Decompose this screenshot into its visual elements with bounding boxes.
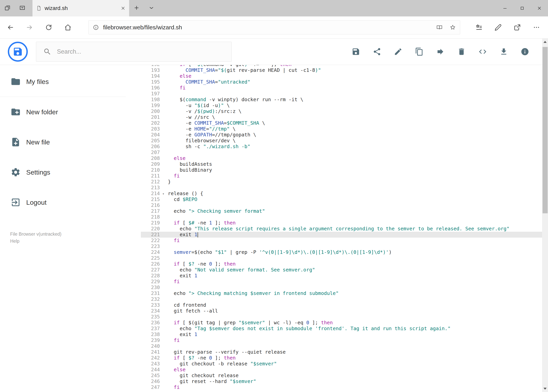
code-line[interactable]: 246 git reset --hard "$semver" xyxy=(141,378,548,384)
code-line[interactable]: 211 fi xyxy=(141,173,548,179)
code-line[interactable]: 245 git checkout release xyxy=(141,373,548,378)
set-tabs-aside-button[interactable] xyxy=(0,0,15,16)
search-bar[interactable] xyxy=(36,42,232,62)
code-line[interactable]: 236 if [ $(git tag | grep "$semver" | wc… xyxy=(141,320,548,326)
code-line[interactable]: 200 -v /$(pwd):/src:z \ xyxy=(141,108,548,114)
scrollbar-thumb[interactable] xyxy=(542,47,548,213)
info-button[interactable] xyxy=(519,46,531,57)
code-line[interactable]: 204 -e GOPATH=//tmp/gopath \ xyxy=(141,132,548,138)
code-line[interactable]: 218 xyxy=(141,214,548,220)
code-line[interactable]: 213 xyxy=(141,185,548,191)
minimize-button[interactable] xyxy=(496,0,513,16)
code-line[interactable]: 217 echo "> Checking semver format" xyxy=(141,208,548,214)
share-page-button[interactable] xyxy=(508,24,527,31)
code-line[interactable]: 208 else xyxy=(141,155,548,161)
code-line[interactable]: 232 xyxy=(141,296,548,302)
code-line[interactable]: 201 -w //src \ xyxy=(141,114,548,120)
code-line[interactable]: 194 else xyxy=(141,73,548,79)
web-note-button[interactable] xyxy=(489,24,508,31)
code-line[interactable]: 209 buildAssets xyxy=(141,161,548,167)
save-button[interactable] xyxy=(350,46,362,57)
code-line[interactable]: 235 xyxy=(141,314,548,320)
code-line[interactable]: 224 semver=$(echo "$1" | grep -P '^v(0|[… xyxy=(141,249,548,255)
code-line[interactable]: 198 $(command -v winpty) docker run --rm… xyxy=(141,97,548,103)
sidebar-item-new-folder[interactable]: New folder xyxy=(0,103,141,121)
code-line[interactable]: 238 exit 1 xyxy=(141,331,548,337)
filebrowser-logo[interactable] xyxy=(8,42,28,62)
vertical-scrollbar[interactable] xyxy=(542,39,548,392)
site-info-icon[interactable] xyxy=(93,24,99,30)
tab-wizard-sh[interactable]: wizard.sh xyxy=(33,0,129,16)
code-line[interactable]: 203 -e HOME="//tmp" \ xyxy=(141,126,548,132)
code-line[interactable]: 206 sh -c "./wizard.sh -b" xyxy=(141,144,548,149)
code-line[interactable]: 242 if [ $? -ne 0 ]; then xyxy=(141,355,548,361)
favorite-star-icon[interactable] xyxy=(450,24,456,30)
code-line[interactable]: 231 echo "> Checking matching $semver in… xyxy=(141,290,548,296)
tab-list-button[interactable] xyxy=(144,0,159,16)
edit-button[interactable] xyxy=(392,46,404,57)
code-editor[interactable]: 192 if [ "$(command -v git)" != "" ]; th… xyxy=(141,65,548,392)
code-line[interactable]: 205 filebrowser/dev \ xyxy=(141,138,548,144)
code-line[interactable]: 226 if [ $? -ne 0 ]; then xyxy=(141,261,548,267)
sidebar-item-my-files[interactable]: My files xyxy=(0,73,141,91)
scroll-up-arrow[interactable] xyxy=(542,39,548,45)
code-line[interactable]: 220 echo "This release script requires a… xyxy=(141,226,548,232)
refresh-button[interactable] xyxy=(39,16,58,38)
sidebar-item-settings[interactable]: Settings xyxy=(0,163,141,181)
url-text[interactable]: filebrowser.web/files/wizard.sh xyxy=(103,24,429,31)
share-button[interactable] xyxy=(371,46,383,57)
search-input[interactable] xyxy=(57,48,229,55)
back-button[interactable] xyxy=(1,16,20,38)
fold-toggle-icon[interactable]: ▾ xyxy=(162,191,164,197)
hub-button[interactable] xyxy=(469,24,489,31)
code-line[interactable]: 193 COMMIT_SHA="$(git rev-parse HEAD | c… xyxy=(141,67,548,73)
help-link[interactable]: Help xyxy=(10,238,19,245)
code-line[interactable]: 195 COMMIT_SHA="untracked" xyxy=(141,79,548,85)
code-line[interactable]: 202 -e COMMIT_SHA=$COMMIT_SHA \ xyxy=(141,120,548,126)
code-line[interactable]: 240 xyxy=(141,343,548,349)
code-line[interactable]: 230 xyxy=(141,285,548,290)
address-bar[interactable]: filebrowser.web/files/wizard.sh xyxy=(88,20,460,35)
code-line[interactable]: 212} xyxy=(141,179,548,185)
code-line[interactable]: 223 xyxy=(141,244,548,249)
new-tab-button[interactable] xyxy=(129,0,144,16)
forward-button[interactable] xyxy=(20,16,39,38)
code-line[interactable]: 221 exit 1 xyxy=(141,232,548,238)
home-button[interactable] xyxy=(58,16,77,38)
sidebar-item-logout[interactable]: Logout xyxy=(0,194,141,211)
code-line[interactable]: 241 git rev-parse --verify --quiet relea… xyxy=(141,349,548,355)
code-line[interactable]: 215 cd $REPO xyxy=(141,196,548,202)
reading-view-icon[interactable] xyxy=(437,24,442,30)
more-button[interactable] xyxy=(527,24,546,31)
code-line[interactable]: 243 git checkout -b release "$semver" xyxy=(141,361,548,367)
code-line[interactable]: 237 echo "Tag $semver does not exist in … xyxy=(141,326,548,331)
code-line[interactable]: 214▾release () { xyxy=(141,191,548,196)
download-button[interactable] xyxy=(498,46,510,57)
code-line[interactable]: 219 if [ $# -ne 1 ]; then xyxy=(141,220,548,226)
delete-button[interactable] xyxy=(456,46,467,57)
code-line[interactable]: 196 fi xyxy=(141,85,548,91)
code-line[interactable]: 239 fi xyxy=(141,337,548,343)
code-line[interactable]: 229 fi xyxy=(141,279,548,285)
code-line[interactable]: 199 -u "$(id -u)" \ xyxy=(141,103,548,108)
raw-code-button[interactable] xyxy=(477,46,489,57)
sidebar-item-new-file[interactable]: New file xyxy=(0,133,141,151)
close-window-button[interactable] xyxy=(531,0,548,16)
code-line[interactable]: 207 xyxy=(141,149,548,155)
code-line[interactable]: 234 git fetch --all xyxy=(141,308,548,314)
code-line[interactable]: 197 xyxy=(141,91,548,97)
code-line[interactable]: 227 echo "Not valid semver format. See s… xyxy=(141,267,548,273)
maximize-button[interactable] xyxy=(513,0,531,16)
code-line[interactable]: 222 fi xyxy=(141,238,548,244)
move-button[interactable] xyxy=(435,46,446,57)
code-line[interactable]: 192 if [ "$(command -v git)" != "" ]; th… xyxy=(141,65,548,67)
code-line[interactable]: 216 xyxy=(141,202,548,208)
close-tab-icon[interactable] xyxy=(121,6,125,10)
tabs-preview-button[interactable] xyxy=(15,0,30,16)
copy-button[interactable] xyxy=(413,46,425,57)
scroll-down-arrow[interactable] xyxy=(542,385,548,392)
code-line[interactable]: 225 xyxy=(141,255,548,261)
code-line[interactable]: 233 cd frontend xyxy=(141,302,548,308)
code-line[interactable]: 210 buildBinary xyxy=(141,167,548,173)
code-line[interactable]: 244 else xyxy=(141,367,548,373)
